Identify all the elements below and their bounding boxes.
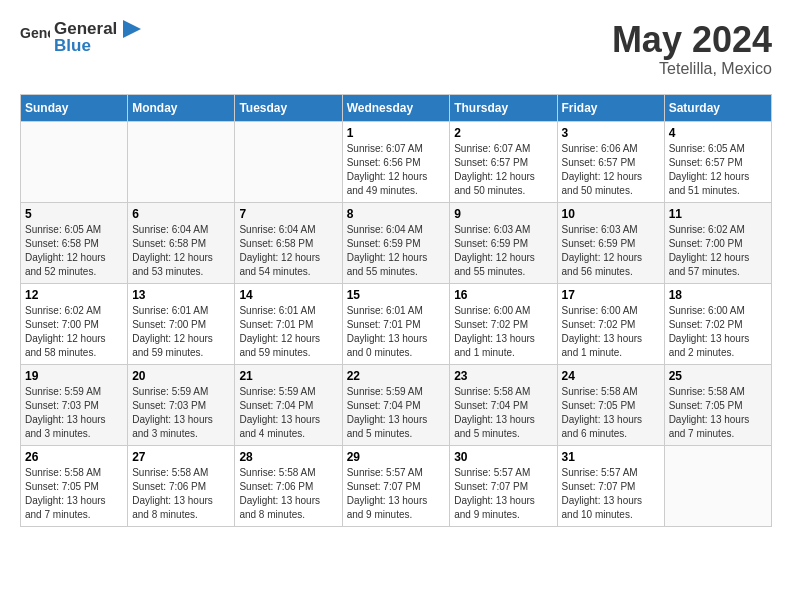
title-area: May 2024 Tetelilla, Mexico bbox=[612, 20, 772, 78]
calendar-cell: 11Sunrise: 6:02 AM Sunset: 7:00 PM Dayli… bbox=[664, 202, 771, 283]
calendar-cell: 8Sunrise: 6:04 AM Sunset: 6:59 PM Daylig… bbox=[342, 202, 450, 283]
day-number: 20 bbox=[132, 369, 230, 383]
day-info: Sunrise: 6:03 AM Sunset: 6:59 PM Dayligh… bbox=[454, 223, 552, 279]
calendar-cell: 7Sunrise: 6:04 AM Sunset: 6:58 PM Daylig… bbox=[235, 202, 342, 283]
day-info: Sunrise: 5:59 AM Sunset: 7:04 PM Dayligh… bbox=[239, 385, 337, 441]
day-info: Sunrise: 5:58 AM Sunset: 7:05 PM Dayligh… bbox=[669, 385, 767, 441]
calendar-cell: 21Sunrise: 5:59 AM Sunset: 7:04 PM Dayli… bbox=[235, 364, 342, 445]
calendar-cell: 28Sunrise: 5:58 AM Sunset: 7:06 PM Dayli… bbox=[235, 445, 342, 526]
day-info: Sunrise: 6:00 AM Sunset: 7:02 PM Dayligh… bbox=[562, 304, 660, 360]
logo-flag-icon bbox=[119, 20, 141, 38]
day-number: 15 bbox=[347, 288, 446, 302]
day-number: 5 bbox=[25, 207, 123, 221]
day-number: 10 bbox=[562, 207, 660, 221]
col-header-saturday: Saturday bbox=[664, 94, 771, 121]
day-number: 12 bbox=[25, 288, 123, 302]
calendar-cell: 15Sunrise: 6:01 AM Sunset: 7:01 PM Dayli… bbox=[342, 283, 450, 364]
day-info: Sunrise: 6:05 AM Sunset: 6:58 PM Dayligh… bbox=[25, 223, 123, 279]
day-number: 19 bbox=[25, 369, 123, 383]
page-header: General General Blue May 2024 Tetelilla,… bbox=[20, 20, 772, 78]
calendar-cell: 5Sunrise: 6:05 AM Sunset: 6:58 PM Daylig… bbox=[21, 202, 128, 283]
calendar-week-row: 1Sunrise: 6:07 AM Sunset: 6:56 PM Daylig… bbox=[21, 121, 772, 202]
calendar-week-row: 12Sunrise: 6:02 AM Sunset: 7:00 PM Dayli… bbox=[21, 283, 772, 364]
col-header-sunday: Sunday bbox=[21, 94, 128, 121]
day-number: 7 bbox=[239, 207, 337, 221]
calendar-cell: 10Sunrise: 6:03 AM Sunset: 6:59 PM Dayli… bbox=[557, 202, 664, 283]
calendar-week-row: 5Sunrise: 6:05 AM Sunset: 6:58 PM Daylig… bbox=[21, 202, 772, 283]
day-info: Sunrise: 6:04 AM Sunset: 6:59 PM Dayligh… bbox=[347, 223, 446, 279]
col-header-friday: Friday bbox=[557, 94, 664, 121]
calendar-cell: 17Sunrise: 6:00 AM Sunset: 7:02 PM Dayli… bbox=[557, 283, 664, 364]
day-number: 27 bbox=[132, 450, 230, 464]
day-number: 30 bbox=[454, 450, 552, 464]
calendar-cell bbox=[664, 445, 771, 526]
location-subtitle: Tetelilla, Mexico bbox=[612, 60, 772, 78]
day-info: Sunrise: 6:00 AM Sunset: 7:02 PM Dayligh… bbox=[454, 304, 552, 360]
calendar-cell: 4Sunrise: 6:05 AM Sunset: 6:57 PM Daylig… bbox=[664, 121, 771, 202]
calendar-cell: 18Sunrise: 6:00 AM Sunset: 7:02 PM Dayli… bbox=[664, 283, 771, 364]
col-header-thursday: Thursday bbox=[450, 94, 557, 121]
calendar-cell: 23Sunrise: 5:58 AM Sunset: 7:04 PM Dayli… bbox=[450, 364, 557, 445]
day-info: Sunrise: 6:07 AM Sunset: 6:57 PM Dayligh… bbox=[454, 142, 552, 198]
col-header-monday: Monday bbox=[128, 94, 235, 121]
day-info: Sunrise: 5:57 AM Sunset: 7:07 PM Dayligh… bbox=[347, 466, 446, 522]
calendar-cell: 30Sunrise: 5:57 AM Sunset: 7:07 PM Dayli… bbox=[450, 445, 557, 526]
calendar-cell: 16Sunrise: 6:00 AM Sunset: 7:02 PM Dayli… bbox=[450, 283, 557, 364]
day-info: Sunrise: 5:59 AM Sunset: 7:03 PM Dayligh… bbox=[132, 385, 230, 441]
day-number: 13 bbox=[132, 288, 230, 302]
calendar-cell: 13Sunrise: 6:01 AM Sunset: 7:00 PM Dayli… bbox=[128, 283, 235, 364]
calendar-cell: 12Sunrise: 6:02 AM Sunset: 7:00 PM Dayli… bbox=[21, 283, 128, 364]
calendar-cell: 6Sunrise: 6:04 AM Sunset: 6:58 PM Daylig… bbox=[128, 202, 235, 283]
day-number: 26 bbox=[25, 450, 123, 464]
month-year-title: May 2024 bbox=[612, 20, 772, 60]
day-info: Sunrise: 5:58 AM Sunset: 7:05 PM Dayligh… bbox=[25, 466, 123, 522]
calendar-cell bbox=[235, 121, 342, 202]
calendar-cell: 25Sunrise: 5:58 AM Sunset: 7:05 PM Dayli… bbox=[664, 364, 771, 445]
day-info: Sunrise: 6:00 AM Sunset: 7:02 PM Dayligh… bbox=[669, 304, 767, 360]
calendar-cell: 26Sunrise: 5:58 AM Sunset: 7:05 PM Dayli… bbox=[21, 445, 128, 526]
calendar-cell: 22Sunrise: 5:59 AM Sunset: 7:04 PM Dayli… bbox=[342, 364, 450, 445]
day-info: Sunrise: 6:04 AM Sunset: 6:58 PM Dayligh… bbox=[132, 223, 230, 279]
day-number: 9 bbox=[454, 207, 552, 221]
calendar-cell bbox=[21, 121, 128, 202]
day-info: Sunrise: 6:01 AM Sunset: 7:00 PM Dayligh… bbox=[132, 304, 230, 360]
day-info: Sunrise: 6:01 AM Sunset: 7:01 PM Dayligh… bbox=[239, 304, 337, 360]
calendar-table: SundayMondayTuesdayWednesdayThursdayFrid… bbox=[20, 94, 772, 527]
col-header-wednesday: Wednesday bbox=[342, 94, 450, 121]
day-number: 28 bbox=[239, 450, 337, 464]
calendar-cell bbox=[128, 121, 235, 202]
calendar-cell: 9Sunrise: 6:03 AM Sunset: 6:59 PM Daylig… bbox=[450, 202, 557, 283]
day-number: 3 bbox=[562, 126, 660, 140]
day-info: Sunrise: 6:03 AM Sunset: 6:59 PM Dayligh… bbox=[562, 223, 660, 279]
logo-icon: General bbox=[20, 24, 50, 52]
calendar-cell: 19Sunrise: 5:59 AM Sunset: 7:03 PM Dayli… bbox=[21, 364, 128, 445]
day-info: Sunrise: 5:58 AM Sunset: 7:04 PM Dayligh… bbox=[454, 385, 552, 441]
calendar-cell: 1Sunrise: 6:07 AM Sunset: 6:56 PM Daylig… bbox=[342, 121, 450, 202]
calendar-week-row: 26Sunrise: 5:58 AM Sunset: 7:05 PM Dayli… bbox=[21, 445, 772, 526]
day-info: Sunrise: 6:06 AM Sunset: 6:57 PM Dayligh… bbox=[562, 142, 660, 198]
calendar-cell: 27Sunrise: 5:58 AM Sunset: 7:06 PM Dayli… bbox=[128, 445, 235, 526]
day-number: 22 bbox=[347, 369, 446, 383]
day-info: Sunrise: 5:59 AM Sunset: 7:03 PM Dayligh… bbox=[25, 385, 123, 441]
day-number: 8 bbox=[347, 207, 446, 221]
day-info: Sunrise: 5:57 AM Sunset: 7:07 PM Dayligh… bbox=[562, 466, 660, 522]
svg-text:General: General bbox=[20, 25, 50, 41]
calendar-week-row: 19Sunrise: 5:59 AM Sunset: 7:03 PM Dayli… bbox=[21, 364, 772, 445]
day-info: Sunrise: 5:58 AM Sunset: 7:06 PM Dayligh… bbox=[239, 466, 337, 522]
calendar-cell: 31Sunrise: 5:57 AM Sunset: 7:07 PM Dayli… bbox=[557, 445, 664, 526]
day-number: 16 bbox=[454, 288, 552, 302]
day-number: 31 bbox=[562, 450, 660, 464]
calendar-cell: 2Sunrise: 6:07 AM Sunset: 6:57 PM Daylig… bbox=[450, 121, 557, 202]
calendar-cell: 14Sunrise: 6:01 AM Sunset: 7:01 PM Dayli… bbox=[235, 283, 342, 364]
day-number: 23 bbox=[454, 369, 552, 383]
calendar-cell: 29Sunrise: 5:57 AM Sunset: 7:07 PM Dayli… bbox=[342, 445, 450, 526]
calendar-header-row: SundayMondayTuesdayWednesdayThursdayFrid… bbox=[21, 94, 772, 121]
day-info: Sunrise: 6:07 AM Sunset: 6:56 PM Dayligh… bbox=[347, 142, 446, 198]
day-info: Sunrise: 5:58 AM Sunset: 7:05 PM Dayligh… bbox=[562, 385, 660, 441]
logo: General General Blue bbox=[20, 20, 141, 55]
day-number: 2 bbox=[454, 126, 552, 140]
svg-marker-1 bbox=[123, 20, 141, 38]
day-number: 4 bbox=[669, 126, 767, 140]
col-header-tuesday: Tuesday bbox=[235, 94, 342, 121]
day-info: Sunrise: 6:02 AM Sunset: 7:00 PM Dayligh… bbox=[25, 304, 123, 360]
